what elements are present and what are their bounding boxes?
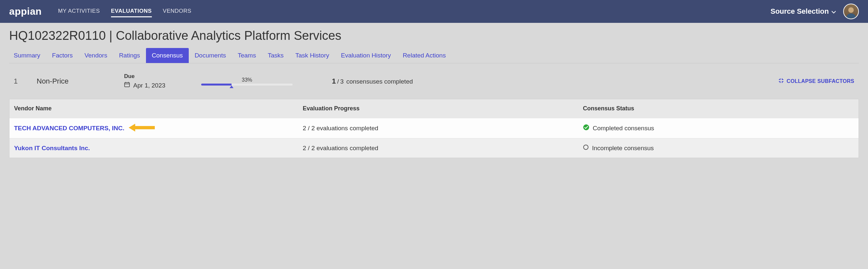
top-nav-right: Source Selection	[770, 4, 859, 19]
circle-outline-icon	[583, 144, 589, 152]
th-vendor-name: Vendor Name	[9, 99, 298, 118]
factor-summary-row: 1 Non-Price Due Apr 1, 2023 33% 1 / 3	[9, 73, 859, 99]
tab-documents[interactable]: Documents	[189, 48, 232, 63]
consensus-slash: /	[337, 78, 339, 85]
consensus-suffix: consensuses completed	[346, 78, 413, 85]
due-row: Apr 1, 2023	[124, 81, 165, 89]
page-title: HQ102322R0110 | Collaborative Analytics …	[9, 29, 859, 43]
top-nav: appian MY ACTIVITIES EVALUATIONS VENDORS…	[0, 0, 868, 23]
section-label: Non-Price	[37, 77, 69, 86]
arrow-annotation-icon	[129, 124, 155, 133]
consensus-total: 3	[340, 78, 344, 85]
svg-point-1	[846, 13, 856, 18]
source-selection-dropdown[interactable]: Source Selection	[770, 7, 836, 16]
tab-consensus[interactable]: Consensus	[146, 48, 189, 63]
progress-fill	[201, 83, 231, 86]
tab-ratings[interactable]: Ratings	[113, 48, 146, 63]
svg-rect-2	[125, 82, 130, 87]
vendor-link[interactable]: TECH ADVANCED COMPUTERS, INC.	[14, 125, 124, 132]
svg-point-6	[583, 124, 589, 130]
due-date: Apr 1, 2023	[133, 82, 165, 89]
th-evaluation-progress: Evaluation Progress	[298, 99, 578, 118]
table-row: TECH ADVANCED COMPUTERS, INC. 2 / 2 eval…	[9, 118, 859, 138]
tab-evaluation-history[interactable]: Evaluation History	[335, 48, 397, 63]
check-circle-icon	[583, 124, 589, 132]
svg-point-0	[848, 7, 854, 13]
tab-summary[interactable]: Summary	[9, 48, 46, 63]
section-number: 1	[14, 77, 18, 86]
page-body: HQ102322R0110 | Collaborative Analytics …	[0, 23, 868, 164]
user-avatar[interactable]	[843, 4, 859, 19]
calendar-icon	[124, 81, 130, 89]
chevron-down-icon	[831, 7, 836, 16]
nav-my-activities[interactable]: MY ACTIVITIES	[58, 6, 100, 17]
status-text: Completed consensus	[593, 125, 654, 132]
tab-related-actions[interactable]: Related Actions	[397, 48, 452, 63]
tab-task-history[interactable]: Task History	[290, 48, 335, 63]
consensus-status: Incomplete consensus	[578, 138, 859, 158]
tab-factors[interactable]: Factors	[46, 48, 79, 63]
progress-marker-icon	[229, 86, 234, 88]
due-label: Due	[124, 73, 165, 80]
consensus-count: 1 / 3 consensuses completed	[332, 77, 413, 86]
progress-block: 33%	[201, 77, 292, 86]
collapse-icon	[778, 78, 784, 85]
vendor-link[interactable]: Yukon IT Consultants Inc.	[14, 145, 90, 152]
app-logo[interactable]: appian	[9, 6, 42, 17]
th-consensus-status: Consensus Status	[578, 99, 859, 118]
collapse-subfactors-button[interactable]: COLLAPSE SUBFACTORS	[778, 78, 854, 85]
tab-teams[interactable]: Teams	[232, 48, 262, 63]
source-selection-label: Source Selection	[770, 7, 829, 16]
status-text: Incomplete consensus	[592, 145, 654, 152]
due-block: Due Apr 1, 2023	[124, 73, 165, 89]
tab-tasks[interactable]: Tasks	[262, 48, 290, 63]
evaluation-progress: 2 / 2 evaluations completed	[298, 119, 578, 138]
sub-nav: Summary Factors Vendors Ratings Consensu…	[9, 48, 859, 63]
table-header: Vendor Name Evaluation Progress Consensu…	[9, 99, 859, 118]
collapse-label: COLLAPSE SUBFACTORS	[787, 78, 854, 84]
progress-track	[201, 83, 292, 86]
nav-vendors[interactable]: VENDORS	[163, 6, 192, 17]
consensus-done: 1	[332, 77, 336, 86]
vendor-table: Vendor Name Evaluation Progress Consensu…	[9, 99, 859, 158]
svg-point-7	[584, 145, 588, 149]
tab-vendors[interactable]: Vendors	[79, 48, 113, 63]
nav-evaluations[interactable]: EVALUATIONS	[111, 6, 152, 17]
evaluation-progress: 2 / 2 evaluations completed	[298, 139, 578, 158]
consensus-status: Completed consensus	[578, 118, 859, 138]
progress-percent-label: 33%	[201, 77, 292, 83]
table-row: Yukon IT Consultants Inc. 2 / 2 evaluati…	[9, 138, 859, 158]
top-nav-items: MY ACTIVITIES EVALUATIONS VENDORS	[58, 6, 771, 17]
